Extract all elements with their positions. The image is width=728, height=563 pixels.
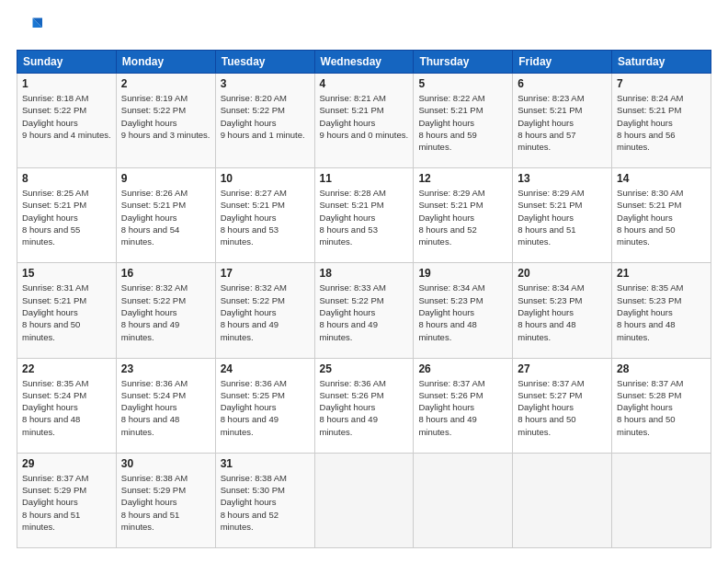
day-info: Sunrise: 8:29 AM Sunset: 5:21 PM Dayligh… (518, 187, 607, 247)
day-info: Sunrise: 8:32 AM Sunset: 5:22 PM Dayligh… (121, 282, 210, 342)
weekday-header-thursday: Thursday (414, 51, 513, 74)
day-number: 13 (518, 172, 607, 185)
calendar-cell: 3 Sunrise: 8:20 AM Sunset: 5:22 PM Dayli… (215, 74, 314, 168)
calendar-cell: 4 Sunrise: 8:21 AM Sunset: 5:21 PM Dayli… (314, 74, 414, 168)
day-number: 16 (121, 267, 210, 280)
day-number: 14 (617, 172, 706, 185)
calendar-cell: 12 Sunrise: 8:29 AM Sunset: 5:21 PM Dayl… (414, 168, 513, 263)
calendar-cell: 16 Sunrise: 8:32 AM Sunset: 5:22 PM Dayl… (116, 263, 215, 358)
calendar-cell: 10 Sunrise: 8:27 AM Sunset: 5:21 PM Dayl… (215, 168, 314, 263)
calendar-cell: 18 Sunrise: 8:33 AM Sunset: 5:22 PM Dayl… (314, 263, 414, 358)
calendar-cell: 5 Sunrise: 8:22 AM Sunset: 5:21 PM Dayli… (414, 74, 513, 168)
calendar-cell (513, 453, 612, 547)
header (17, 15, 711, 40)
week-row-1: 1 Sunrise: 8:18 AM Sunset: 5:22 PM Dayli… (17, 74, 711, 168)
day-info: Sunrise: 8:29 AM Sunset: 5:21 PM Dayligh… (418, 187, 507, 247)
calendar-cell: 20 Sunrise: 8:34 AM Sunset: 5:23 PM Dayl… (513, 263, 612, 358)
calendar-cell: 25 Sunrise: 8:36 AM Sunset: 5:26 PM Dayl… (314, 358, 414, 453)
day-info: Sunrise: 8:37 AM Sunset: 5:28 PM Dayligh… (617, 377, 706, 438)
calendar-cell: 28 Sunrise: 8:37 AM Sunset: 5:28 PM Dayl… (612, 358, 711, 453)
day-number: 18 (320, 267, 409, 280)
day-number: 30 (121, 457, 210, 470)
calendar-cell (314, 453, 414, 547)
day-info: Sunrise: 8:32 AM Sunset: 5:22 PM Dayligh… (221, 282, 310, 342)
day-info: Sunrise: 8:21 AM Sunset: 5:21 PM Dayligh… (320, 92, 409, 141)
calendar-cell: 1 Sunrise: 8:18 AM Sunset: 5:22 PM Dayli… (17, 74, 117, 168)
calendar-table: SundayMondayTuesdayWednesdayThursdayFrid… (17, 50, 711, 548)
day-number: 15 (22, 267, 111, 280)
calendar-cell: 6 Sunrise: 8:23 AM Sunset: 5:21 PM Dayli… (513, 74, 612, 168)
day-info: Sunrise: 8:31 AM Sunset: 5:21 PM Dayligh… (22, 282, 111, 342)
day-number: 10 (221, 172, 310, 185)
day-info: Sunrise: 8:30 AM Sunset: 5:21 PM Dayligh… (617, 187, 706, 247)
page: SundayMondayTuesdayWednesdayThursdayFrid… (0, 0, 728, 563)
day-number: 9 (121, 172, 210, 185)
day-number: 29 (22, 457, 111, 470)
day-number: 26 (418, 362, 507, 375)
day-info: Sunrise: 8:23 AM Sunset: 5:21 PM Dayligh… (518, 92, 607, 153)
day-number: 21 (617, 267, 706, 280)
day-number: 20 (518, 267, 607, 280)
day-info: Sunrise: 8:22 AM Sunset: 5:21 PM Dayligh… (418, 92, 507, 153)
day-info: Sunrise: 8:27 AM Sunset: 5:21 PM Dayligh… (221, 187, 310, 247)
calendar-cell: 27 Sunrise: 8:37 AM Sunset: 5:27 PM Dayl… (513, 358, 612, 453)
day-number: 8 (22, 172, 111, 185)
day-info: Sunrise: 8:25 AM Sunset: 5:21 PM Dayligh… (22, 187, 111, 247)
calendar-cell: 9 Sunrise: 8:26 AM Sunset: 5:21 PM Dayli… (116, 168, 215, 263)
calendar-cell: 19 Sunrise: 8:34 AM Sunset: 5:23 PM Dayl… (414, 263, 513, 358)
day-info: Sunrise: 8:28 AM Sunset: 5:21 PM Dayligh… (320, 187, 409, 247)
day-info: Sunrise: 8:26 AM Sunset: 5:21 PM Dayligh… (121, 187, 210, 247)
day-number: 3 (221, 77, 310, 90)
calendar-cell: 23 Sunrise: 8:36 AM Sunset: 5:24 PM Dayl… (116, 358, 215, 453)
week-row-4: 22 Sunrise: 8:35 AM Sunset: 5:24 PM Dayl… (17, 358, 711, 453)
day-info: Sunrise: 8:37 AM Sunset: 5:29 PM Dayligh… (22, 472, 111, 533)
day-info: Sunrise: 8:35 AM Sunset: 5:24 PM Dayligh… (22, 377, 111, 438)
calendar-cell: 8 Sunrise: 8:25 AM Sunset: 5:21 PM Dayli… (17, 168, 117, 263)
day-info: Sunrise: 8:34 AM Sunset: 5:23 PM Dayligh… (518, 282, 607, 342)
day-info: Sunrise: 8:38 AM Sunset: 5:30 PM Dayligh… (221, 472, 310, 533)
day-number: 2 (121, 77, 210, 90)
calendar-cell (612, 453, 711, 547)
calendar-cell: 22 Sunrise: 8:35 AM Sunset: 5:24 PM Dayl… (17, 358, 117, 453)
day-number: 22 (22, 362, 111, 375)
day-info: Sunrise: 8:33 AM Sunset: 5:22 PM Dayligh… (320, 282, 409, 342)
day-info: Sunrise: 8:36 AM Sunset: 5:26 PM Dayligh… (320, 377, 409, 438)
weekday-header-sunday: Sunday (17, 51, 117, 74)
day-number: 27 (518, 362, 607, 375)
day-info: Sunrise: 8:37 AM Sunset: 5:26 PM Dayligh… (418, 377, 507, 438)
day-number: 28 (617, 362, 706, 375)
day-number: 5 (418, 77, 507, 90)
calendar-cell: 31 Sunrise: 8:38 AM Sunset: 5:30 PM Dayl… (215, 453, 314, 547)
calendar-cell: 26 Sunrise: 8:37 AM Sunset: 5:26 PM Dayl… (414, 358, 513, 453)
calendar-cell: 14 Sunrise: 8:30 AM Sunset: 5:21 PM Dayl… (612, 168, 711, 263)
day-info: Sunrise: 8:34 AM Sunset: 5:23 PM Dayligh… (418, 282, 507, 342)
weekday-header-friday: Friday (513, 51, 612, 74)
calendar-body: 1 Sunrise: 8:18 AM Sunset: 5:22 PM Dayli… (17, 74, 711, 548)
day-info: Sunrise: 8:38 AM Sunset: 5:29 PM Dayligh… (121, 472, 210, 533)
calendar-cell: 24 Sunrise: 8:36 AM Sunset: 5:25 PM Dayl… (215, 358, 314, 453)
weekday-header-saturday: Saturday (612, 51, 711, 74)
calendar-cell: 21 Sunrise: 8:35 AM Sunset: 5:23 PM Dayl… (612, 263, 711, 358)
weekday-header-row: SundayMondayTuesdayWednesdayThursdayFrid… (17, 51, 711, 74)
day-number: 4 (320, 77, 409, 90)
day-number: 17 (221, 267, 310, 280)
calendar-cell: 13 Sunrise: 8:29 AM Sunset: 5:21 PM Dayl… (513, 168, 612, 263)
calendar-cell: 2 Sunrise: 8:19 AM Sunset: 5:22 PM Dayli… (116, 74, 215, 168)
logo (17, 15, 46, 40)
week-row-2: 8 Sunrise: 8:25 AM Sunset: 5:21 PM Dayli… (17, 168, 711, 263)
day-info: Sunrise: 8:19 AM Sunset: 5:22 PM Dayligh… (121, 92, 210, 141)
calendar-cell: 7 Sunrise: 8:24 AM Sunset: 5:21 PM Dayli… (612, 74, 711, 168)
day-number: 31 (221, 457, 310, 470)
day-info: Sunrise: 8:18 AM Sunset: 5:22 PM Dayligh… (22, 92, 111, 141)
day-number: 1 (22, 77, 111, 90)
calendar-header: SundayMondayTuesdayWednesdayThursdayFrid… (17, 51, 711, 74)
calendar-cell: 15 Sunrise: 8:31 AM Sunset: 5:21 PM Dayl… (17, 263, 117, 358)
day-number: 24 (221, 362, 310, 375)
week-row-5: 29 Sunrise: 8:37 AM Sunset: 5:29 PM Dayl… (17, 453, 711, 547)
calendar-cell: 17 Sunrise: 8:32 AM Sunset: 5:22 PM Dayl… (215, 263, 314, 358)
weekday-header-tuesday: Tuesday (215, 51, 314, 74)
day-number: 6 (518, 77, 607, 90)
calendar-cell: 29 Sunrise: 8:37 AM Sunset: 5:29 PM Dayl… (17, 453, 117, 547)
calendar-cell (414, 453, 513, 547)
weekday-header-monday: Monday (116, 51, 215, 74)
